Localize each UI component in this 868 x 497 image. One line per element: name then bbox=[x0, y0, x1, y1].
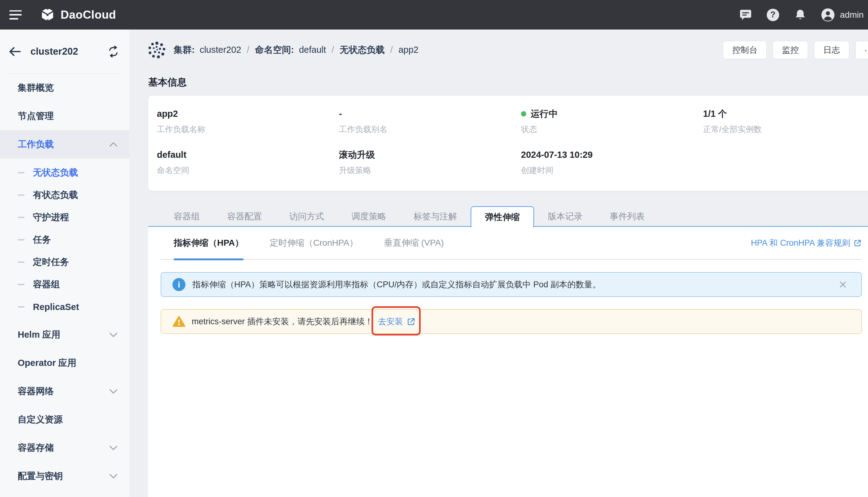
scaling-subtabs: 指标伸缩（HPA） 定时伸缩（CronHPA） 垂直伸缩 (VPA) HPA 和… bbox=[161, 227, 862, 260]
chevron-down-icon bbox=[109, 445, 117, 451]
breadcrumb-cluster-value[interactable]: cluster202 bbox=[200, 45, 241, 55]
subtab-vpa[interactable]: 垂直伸缩 (VPA) bbox=[384, 227, 444, 259]
sidebar-item-replicaset[interactable]: ReplicaSet bbox=[0, 296, 129, 318]
dash-icon bbox=[18, 306, 25, 308]
dash-icon bbox=[18, 284, 25, 285]
field-workload-name: app2 工作负载名称 bbox=[157, 108, 339, 135]
sidebar-item-container-storage[interactable]: 容器存储 bbox=[0, 434, 129, 462]
sidebar-item-pods[interactable]: 容器组 bbox=[0, 273, 129, 296]
sidebar-item-cronjobs[interactable]: 定时任务 bbox=[0, 251, 129, 273]
sidebar-item-config-secrets[interactable]: 配置与密钥 bbox=[0, 462, 129, 490]
dash-icon bbox=[18, 172, 25, 174]
monitor-button[interactable]: 监控 bbox=[773, 41, 808, 59]
switch-cluster-icon[interactable] bbox=[108, 46, 119, 57]
sidebar-item-stateless-workloads[interactable]: 无状态负载 bbox=[0, 161, 129, 184]
subtab-hpa[interactable]: 指标伸缩（HPA） bbox=[174, 227, 244, 259]
elastic-scaling-panel: 指标伸缩（HPA） 定时伸缩（CronHPA） 垂直伸缩 (VPA) HPA 和… bbox=[148, 226, 868, 497]
tab-scheduling-policy[interactable]: 调度策略 bbox=[338, 206, 400, 227]
daocloud-cube-icon bbox=[39, 6, 56, 23]
tab-event-list[interactable]: 事件列表 bbox=[596, 206, 658, 227]
sidebar-item-node-management[interactable]: 节点管理 bbox=[0, 102, 129, 130]
user-menu[interactable]: admin bbox=[821, 8, 864, 22]
chevron-up-icon bbox=[109, 142, 117, 147]
back-arrow-icon[interactable] bbox=[9, 46, 21, 57]
hpa-cronhpa-compat-link[interactable]: HPA 和 CronHPA 兼容规则 bbox=[751, 237, 862, 248]
dash-icon bbox=[18, 261, 25, 263]
brand-logo: DaoCloud bbox=[39, 6, 116, 23]
field-upgrade-policy: 滚动升级 升级策略 bbox=[339, 149, 521, 176]
dash-icon bbox=[18, 239, 25, 241]
tab-elastic-scaling[interactable]: 弹性伸缩 bbox=[471, 206, 534, 227]
username-label: admin bbox=[840, 10, 864, 20]
cluster-sidebar: cluster202 集群概览 节点管理 工作负载 无状态负载 有状态负载 守护… bbox=[0, 29, 129, 497]
warning-icon bbox=[172, 315, 185, 328]
hpa-info-banner: i 指标伸缩（HPA）策略可以根据资源利用率指标（CPU/内存）或自定义指标自动… bbox=[161, 272, 862, 297]
external-link-icon bbox=[407, 317, 416, 326]
subtab-cronhpa[interactable]: 定时伸缩（CronHPA） bbox=[270, 227, 358, 259]
field-status: 运行中 状态 bbox=[521, 108, 703, 135]
sidebar-item-helm-apps[interactable]: Helm 应用 bbox=[0, 321, 129, 349]
metrics-server-warning-banner: metrics-server 插件未安装，请先安装后再继续！ 去安装 bbox=[161, 309, 862, 334]
close-icon[interactable]: × bbox=[839, 278, 847, 292]
dash-icon bbox=[18, 217, 25, 218]
hamburger-menu-icon[interactable] bbox=[9, 10, 22, 19]
detail-tabs: 容器组 容器配置 访问方式 调度策略 标签与注解 弹性伸缩 版本记录 事件列表 bbox=[148, 206, 868, 227]
tab-access-method[interactable]: 访问方式 bbox=[275, 206, 338, 227]
sidebar-item-jobs[interactable]: 任务 bbox=[0, 229, 129, 251]
field-namespace: default 命名空间 bbox=[157, 149, 339, 176]
status-running-dot bbox=[521, 111, 526, 116]
chevron-down-icon bbox=[109, 332, 117, 337]
tab-labels-annotations[interactable]: 标签与注解 bbox=[400, 206, 471, 227]
sidebar-item-container-network[interactable]: 容器网络 bbox=[0, 377, 129, 406]
field-created-at: 2024-07-13 10:29 创建时间 bbox=[521, 149, 703, 176]
sidebar-item-workloads[interactable]: 工作负载 bbox=[0, 130, 129, 158]
info-icon: i bbox=[172, 278, 185, 291]
sidebar-item-daemonset[interactable]: 守护进程 bbox=[0, 206, 129, 229]
breadcrumb-workload-type[interactable]: 无状态负载 bbox=[340, 44, 385, 56]
sidebar-item-custom-resources[interactable]: 自定义资源 bbox=[0, 406, 129, 434]
cluster-name: cluster202 bbox=[30, 46, 78, 57]
breadcrumb-namespace-label: 命名空间: bbox=[255, 44, 294, 56]
workload-cluster-icon bbox=[148, 41, 166, 59]
more-actions-button[interactable]: ⋯ bbox=[855, 41, 868, 59]
tab-pods[interactable]: 容器组 bbox=[160, 206, 213, 227]
basic-info-card: app2 工作负载名称 - 工作负载别名 运行中 状态 1/1 个 正常/全部实… bbox=[148, 96, 868, 191]
hpa-info-text: 指标伸缩（HPA）策略可以根据资源利用率指标（CPU/内存）或自定义指标自动扩展… bbox=[192, 279, 601, 290]
sidebar-item-operator-apps[interactable]: Operator 应用 bbox=[0, 349, 129, 377]
messages-icon[interactable] bbox=[739, 8, 752, 22]
go-install-link[interactable]: 去安装 bbox=[378, 316, 416, 327]
status-badge: 运行中 bbox=[531, 108, 558, 119]
logs-button[interactable]: 日志 bbox=[814, 41, 849, 59]
sidebar-item-cluster-overview[interactable]: 集群概览 bbox=[0, 74, 129, 102]
app-header: DaoCloud ? admin bbox=[0, 0, 868, 29]
notifications-bell-icon[interactable] bbox=[794, 8, 807, 22]
console-button[interactable]: 控制台 bbox=[723, 41, 767, 59]
avatar-icon bbox=[821, 8, 835, 22]
basic-info-title: 基本信息 bbox=[148, 76, 868, 89]
main-content: 集群: cluster202 / 命名空间: default / 无状态负载 /… bbox=[129, 29, 868, 497]
field-replicas: 1/1 个 正常/全部实例数 bbox=[703, 108, 868, 135]
sidebar-item-stateful-workloads[interactable]: 有状态负载 bbox=[0, 184, 129, 206]
brand-name: DaoCloud bbox=[60, 9, 116, 22]
warning-text: metrics-server 插件未安装，请先安装后再继续！ bbox=[192, 316, 373, 327]
tab-container-config[interactable]: 容器配置 bbox=[213, 206, 275, 227]
tab-version-history[interactable]: 版本记录 bbox=[534, 206, 596, 227]
field-workload-alias: - 工作负载别名 bbox=[339, 108, 521, 135]
external-link-icon bbox=[853, 239, 862, 247]
chevron-down-icon bbox=[109, 474, 117, 479]
breadcrumb-namespace-value[interactable]: default bbox=[299, 45, 326, 55]
breadcrumb-workload-name: app2 bbox=[398, 45, 418, 55]
dash-icon bbox=[18, 195, 25, 196]
breadcrumb-cluster-label: 集群: bbox=[174, 44, 195, 56]
breadcrumb: 集群: cluster202 / 命名空间: default / 无状态负载 /… bbox=[174, 44, 418, 56]
help-icon[interactable]: ? bbox=[766, 8, 780, 22]
chevron-down-icon bbox=[109, 389, 117, 394]
